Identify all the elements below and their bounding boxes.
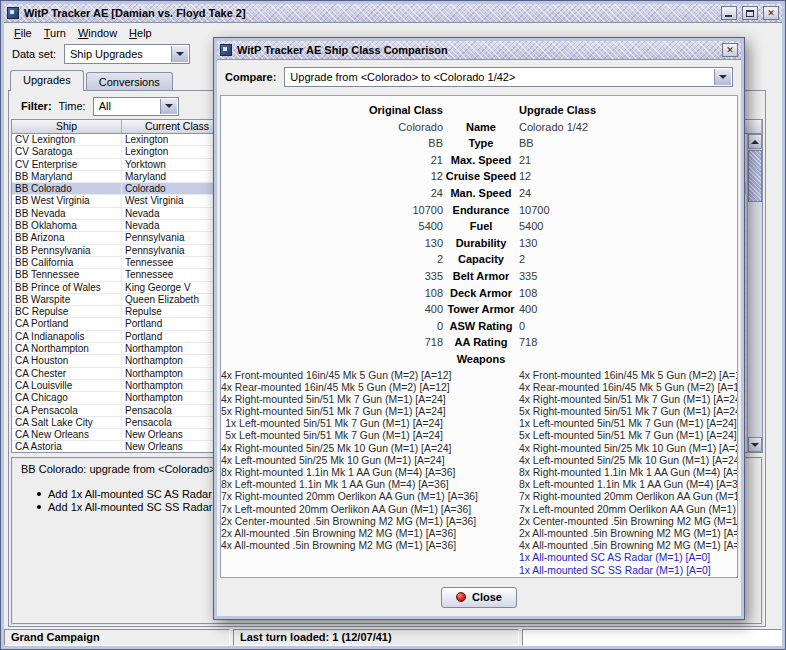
- weapon-line: 4x Right-mounted 5in/25 Mk 10 Gun (M=1) …: [221, 443, 443, 455]
- menu-item[interactable]: Window: [72, 25, 123, 41]
- compare-label: Compare:: [225, 71, 276, 83]
- original-value: 12: [221, 168, 443, 185]
- menu-item[interactable]: File: [8, 25, 38, 41]
- upgrade-value: BB: [519, 135, 737, 152]
- app-icon: [7, 7, 19, 19]
- scroll-down-button[interactable]: [748, 437, 762, 452]
- weapon-line: 4x Left-mounted 5in/25 Mk 10 Gun (M=1) […: [221, 455, 443, 467]
- stat-label: Max. Speed: [443, 152, 519, 169]
- menu-item[interactable]: Turn: [38, 25, 72, 41]
- stat-label: AA Rating: [443, 334, 519, 351]
- dataset-combobox[interactable]: Ship Upgrades: [64, 44, 190, 64]
- stat-label: Deck Armor: [443, 285, 519, 302]
- original-value: 5400: [221, 218, 443, 235]
- scroll-up-button[interactable]: [748, 134, 762, 149]
- weapon-line: 2x All-mounted .5in Browning M2 MG (M=1)…: [221, 528, 443, 540]
- close-button[interactable]: ✕: [763, 6, 779, 20]
- close-icon: ✕: [767, 9, 775, 18]
- maximize-button[interactable]: [742, 6, 758, 20]
- weapon-line: 4x Front-mounted 16in/45 Mk 5 Gun (M=2) …: [221, 370, 443, 382]
- dialog-close-button[interactable]: ✕: [722, 43, 738, 57]
- stat-grid: Original Class Upgrade Class Colorado Na…: [221, 102, 737, 351]
- time-combobox[interactable]: All: [93, 97, 179, 116]
- stat-label: Cruise Speed: [443, 168, 519, 185]
- cell-ship: CA Chester: [12, 368, 122, 379]
- minimize-icon: [725, 15, 732, 17]
- original-value: 335: [221, 268, 443, 285]
- stat-label: Endurance: [443, 202, 519, 219]
- weapon-line: 4x Right-mounted 5in/25 Mk 10 Gun (M=1) …: [519, 443, 738, 455]
- window-title: WitP Tracker AE [Damian vs. Floyd Take 2…: [24, 7, 716, 19]
- cell-ship: BB Warspite: [12, 294, 122, 305]
- original-value: 2: [221, 251, 443, 268]
- table-vertical-scrollbar[interactable]: [747, 134, 762, 452]
- upgrade-value: 24: [519, 185, 737, 202]
- chevron-down-icon: [176, 52, 184, 56]
- compare-combobox[interactable]: Upgrade from <Colorado> to <Colorado 1/4…: [284, 67, 733, 87]
- chevron-down-icon: [719, 75, 727, 79]
- maximize-icon: [746, 10, 754, 17]
- ship-class-comparison-dialog: WitP Tracker AE Ship Class Comparison ✕ …: [213, 37, 745, 620]
- menu-item[interactable]: Help: [123, 25, 158, 41]
- original-value: 0: [221, 318, 443, 335]
- original-value: BB: [221, 135, 443, 152]
- weapons-grid: 4x Front-mounted 16in/45 Mk 5 Gun (M=2) …: [221, 370, 737, 577]
- cell-ship: CA Pensacola: [12, 405, 122, 416]
- original-value: Colorado: [221, 119, 443, 136]
- stat-label: Belt Armor: [443, 268, 519, 285]
- weapon-line: 8x Left-mounted 1.1in Mk 1 AA Gun (M=4) …: [221, 479, 443, 491]
- upgrade-value: 335: [519, 268, 737, 285]
- compare-row: Compare: Upgrade from <Colorado> to <Col…: [217, 61, 741, 93]
- filter-row: Filter: Time: All: [21, 96, 179, 116]
- dialog-client: WitP Tracker AE Ship Class Comparison ✕ …: [217, 41, 741, 616]
- upgrade-value: 0: [519, 318, 737, 335]
- dataset-label: Data set:: [12, 48, 56, 60]
- compare-combo-arrow-button[interactable]: [714, 69, 731, 85]
- scrollbar-thumb[interactable]: [748, 150, 762, 202]
- weapon-line: 2x Center-mounted .5in Browning M2 MG (M…: [519, 516, 738, 528]
- dialog-titlebar[interactable]: WitP Tracker AE Ship Class Comparison ✕: [217, 41, 741, 60]
- chevron-down-icon: [165, 104, 173, 108]
- time-value: All: [99, 100, 111, 112]
- tab-conversions[interactable]: Conversions: [86, 72, 173, 91]
- weapons-center-spacer: [443, 370, 519, 577]
- upgrade-value: Colorado 1/42: [519, 119, 737, 136]
- upgrade-value: 718: [519, 334, 737, 351]
- cell-ship: BB Maryland: [12, 171, 122, 182]
- close-button-label: Close: [472, 591, 502, 603]
- time-combo-arrow-button[interactable]: [160, 99, 177, 114]
- main-titlebar[interactable]: WitP Tracker AE [Damian vs. Floyd Take 2…: [4, 4, 782, 23]
- status-campaign: Grand Campaign: [4, 629, 230, 646]
- close-dialog-button[interactable]: Close: [441, 587, 517, 608]
- tab-upgrades[interactable]: Upgrades: [10, 70, 84, 91]
- new-weapon-line: 1x All-mounted SC AS Radar (M=1) [A=0]: [519, 552, 738, 564]
- cell-ship: BB Colorado: [12, 183, 122, 194]
- stat-label: Capacity: [443, 251, 519, 268]
- tab-strip: Upgrades Conversions: [10, 70, 173, 91]
- cell-ship: CA Indianapolis: [12, 331, 122, 342]
- bullet-icon: [37, 505, 41, 509]
- weapon-line: 7x Right-mounted 20mm Oerlikon AA Gun (M…: [519, 491, 738, 503]
- dataset-combo-arrow-button[interactable]: [171, 46, 188, 62]
- change-text: Add 1x All-mounted SC SS Radar: [48, 501, 212, 513]
- dialog-icon: [220, 44, 232, 56]
- scroll-down-icon: [751, 443, 759, 447]
- weapons-list-upgrade-new: 1x All-mounted SC AS Radar (M=1) [A=0]1x…: [519, 552, 738, 576]
- original-value: 400: [221, 301, 443, 318]
- column-header-ship[interactable]: Ship: [12, 120, 122, 133]
- weapon-line: 1x Left-mounted 5in/51 Mk 7 Gun (M=1) [A…: [221, 418, 443, 430]
- weapons-spacer-left: [221, 351, 443, 368]
- weapon-line: 8x Right-mounted 1.1in Mk 1 AA Gun (M=4)…: [221, 467, 443, 479]
- dialog-title: WitP Tracker AE Ship Class Comparison: [237, 44, 717, 56]
- original-value: 108: [221, 285, 443, 302]
- cell-ship: CV Lexington: [12, 134, 122, 145]
- weapon-line: 4x All-mounted .5in Browning M2 MG (M=1)…: [221, 540, 443, 552]
- minimize-button[interactable]: [721, 6, 737, 20]
- cell-ship: BB Prince of Wales: [12, 282, 122, 293]
- stat-label: Type: [443, 135, 519, 152]
- upgrade-value: 400: [519, 301, 737, 318]
- status-last-turn: Last turn loaded: 1 (12/07/41): [233, 629, 519, 646]
- upgrade-value: 5400: [519, 218, 737, 235]
- weapon-line: 7x Left-mounted 20mm Oerlikon AA Gun (M=…: [519, 504, 738, 516]
- original-value: 21: [221, 152, 443, 169]
